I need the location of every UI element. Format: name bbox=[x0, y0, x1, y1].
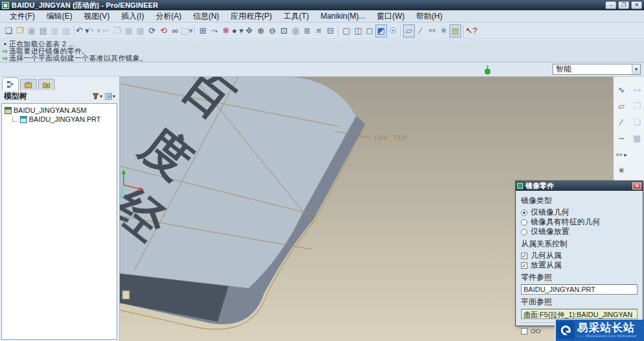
shaded-display-icon[interactable]: ◩ bbox=[375, 24, 387, 37]
plane-ref-input[interactable]: 曲面:F5(拉伸_1):BAIDU_JINGYAN bbox=[521, 309, 638, 319]
selection-filter-dropdown[interactable]: 智能 ▾ bbox=[553, 64, 641, 75]
datum-axis-icon[interactable]: ∕ bbox=[614, 114, 629, 130]
watermark-banner: 易采站长站 —— Www.Easck.Com Webmaster bbox=[554, 320, 644, 341]
refit-icon[interactable]: ⊡ bbox=[278, 24, 290, 37]
toolbar-separator bbox=[194, 25, 195, 37]
datum-plane-label[interactable]: TOP_TOP bbox=[374, 134, 408, 142]
saved-views-icon[interactable]: ⊟ bbox=[325, 24, 336, 37]
message-mark-icon: ⇨ bbox=[1, 48, 9, 55]
folder-icon bbox=[43, 81, 50, 89]
tree-node-assembly[interactable]: BAIDU_JINGYAN.ASM bbox=[2, 106, 117, 115]
select-box-icon[interactable]: ⬚▾ bbox=[181, 24, 193, 37]
zoom-out-icon[interactable]: ⊖ bbox=[267, 24, 278, 37]
mirror-type-radios: 仅镜像几何 镜像具有特征的几何 仅镜像放置 bbox=[521, 208, 638, 237]
datum-plane-icon[interactable]: ▱ bbox=[614, 98, 629, 114]
connections-icon[interactable]: ⤳ bbox=[209, 24, 220, 37]
radio-mirror-geometry-only[interactable]: 仅镜像几何 bbox=[521, 208, 638, 217]
navigator-tabs bbox=[0, 77, 119, 90]
menu-insert[interactable]: 插入(I) bbox=[115, 11, 149, 22]
tab-model-tree[interactable] bbox=[2, 77, 19, 90]
menu-edit[interactable]: 编辑(E) bbox=[41, 11, 78, 22]
menu-view[interactable]: 视图(V) bbox=[78, 11, 115, 22]
part-icon bbox=[20, 116, 27, 123]
context-help-icon[interactable]: ↖? bbox=[466, 24, 477, 37]
zoom-in-icon[interactable]: ⊕ bbox=[255, 24, 267, 37]
message-prompt: ⇨ 选择一个平面或创建一个基准以其作镜象。 bbox=[1, 55, 643, 62]
preview-checkbox[interactable] bbox=[521, 328, 527, 335]
menu-manikin[interactable]: Manikin(M)... bbox=[315, 12, 371, 21]
regenerate-manager-icon[interactable]: ⟲ bbox=[158, 24, 169, 37]
title-bar: BAIDU_JINGYAN (活动的) - Pro/ENGINEER ‒ ❐ ✕ bbox=[0, 0, 644, 10]
menu-analysis[interactable]: 分析(A) bbox=[150, 11, 187, 22]
tree-elbow bbox=[12, 117, 17, 122]
dialog-title-bar[interactable]: 镜像零件 ✕ bbox=[516, 181, 643, 191]
selection-status-icon bbox=[484, 64, 491, 77]
show-funnel-icon bbox=[92, 93, 99, 100]
toolbar-separator bbox=[463, 25, 464, 37]
tab-folder-browser[interactable] bbox=[38, 79, 55, 90]
menu-applications[interactable]: 应用程序(P) bbox=[225, 11, 278, 22]
print-preview-icon: ▥ bbox=[49, 24, 61, 37]
tree-node-label: BAIDU_JINGYAN.ASM bbox=[14, 106, 87, 114]
datum-point-icon[interactable]: ×× ▸ bbox=[614, 146, 629, 162]
enhanced-realism-icon[interactable]: ☉ bbox=[387, 24, 399, 37]
datum-plane-display-icon[interactable]: ▱ bbox=[403, 24, 415, 37]
datum-point-display-icon[interactable]: ×× bbox=[426, 24, 438, 37]
datum-axis-display-icon[interactable]: ∕ bbox=[415, 24, 426, 37]
send-mail-icon: ▧ bbox=[61, 24, 72, 37]
render-tools-icon[interactable]: ❋ bbox=[220, 24, 232, 37]
chevron-down-icon[interactable]: ▾ bbox=[632, 64, 640, 74]
menu-file[interactable]: 文件(F) bbox=[4, 11, 41, 22]
menu-info[interactable]: 信息(N) bbox=[187, 11, 225, 22]
close-button[interactable]: ✕ bbox=[631, 1, 642, 9]
message-info: • 正在加载公差表 2 ... bbox=[1, 41, 643, 48]
menu-window[interactable]: 窗口(W) bbox=[371, 11, 410, 22]
tree-show-button[interactable]: ▾ bbox=[91, 92, 104, 101]
message-mark-icon: • bbox=[1, 41, 9, 48]
regenerate-icon[interactable]: ⟳ bbox=[146, 24, 158, 37]
find-icon[interactable]: ∞ bbox=[169, 24, 181, 37]
selection-filter-value: 智能 bbox=[553, 64, 632, 75]
model-tree-icon bbox=[6, 81, 14, 88]
menu-help[interactable]: 帮助(H) bbox=[410, 11, 448, 22]
datum-tag bbox=[122, 291, 129, 299]
undo-icon[interactable]: ↶ ▾ bbox=[77, 24, 88, 37]
datum-curve-icon[interactable]: ∼ bbox=[614, 130, 629, 146]
toolbar-separator bbox=[338, 25, 339, 37]
check-placement-dependent[interactable]: ✓ 放置从属 bbox=[521, 260, 638, 270]
tree-node-part[interactable]: BAIDU_JINGYAN.PRT bbox=[2, 115, 117, 124]
spin-center-icon[interactable]: ✥ bbox=[243, 24, 255, 37]
grid-tool-icon[interactable]: ▦ bbox=[629, 130, 644, 146]
orient-mode-icon[interactable]: ◎ bbox=[290, 24, 301, 37]
open-file-icon[interactable]: ❒ bbox=[14, 24, 26, 37]
render-sphere-icon[interactable]: ● ▾ bbox=[232, 24, 243, 37]
checkbox-icon: ✓ bbox=[521, 262, 527, 269]
radio-mirror-with-features[interactable]: 镜像具有特征的几何 bbox=[521, 217, 638, 227]
menu-bar: 文件(F) 编辑(E) 视图(V) 插入(I) 分析(A) 信息(N) 应用程序… bbox=[0, 10, 644, 23]
menu-tools[interactable]: 工具(T) bbox=[278, 11, 314, 22]
new-file-icon[interactable]: ❏ bbox=[3, 24, 14, 37]
checkbox-label: 放置从属 bbox=[531, 260, 562, 271]
layers-icon[interactable]: ≡ bbox=[313, 24, 325, 37]
cut-icon: ✂ bbox=[100, 24, 111, 37]
tree-settings-button[interactable]: ▾ bbox=[104, 92, 117, 101]
dialog-close-button[interactable]: ✕ bbox=[632, 182, 641, 190]
view-manager-icon[interactable]: ≣ bbox=[301, 24, 313, 37]
hidden-line-display-icon[interactable]: ◫ bbox=[352, 24, 364, 37]
annotation-display-icon[interactable]: ▤ bbox=[450, 24, 461, 37]
no-hidden-display-icon[interactable]: ◻ bbox=[364, 24, 375, 37]
minimize-button[interactable]: ‒ bbox=[605, 1, 616, 9]
wireframe-display-icon[interactable]: ▢ bbox=[341, 24, 352, 37]
csys-display-icon[interactable]: ✳ bbox=[438, 24, 450, 37]
restore-button[interactable]: ❐ bbox=[618, 1, 629, 9]
tab-layers[interactable] bbox=[20, 79, 37, 90]
print-icon[interactable]: ▤ bbox=[37, 24, 49, 37]
part-ref-input[interactable]: BAIDU_JINGYAN.PRT bbox=[521, 284, 638, 295]
radio-mirror-placement-only[interactable]: 仅镜像放置 bbox=[521, 227, 638, 237]
check-geometry-dependent[interactable]: ✓ 几何从属 bbox=[521, 251, 638, 260]
settings-list-icon bbox=[105, 93, 112, 100]
coordinate-system-icon[interactable]: ✳ bbox=[614, 162, 629, 179]
window-activate-icon[interactable]: ⊞ bbox=[197, 24, 209, 37]
sketched-curve-icon[interactable]: ∿ bbox=[614, 82, 629, 98]
save-file-icon[interactable]: ▣ bbox=[26, 24, 37, 37]
